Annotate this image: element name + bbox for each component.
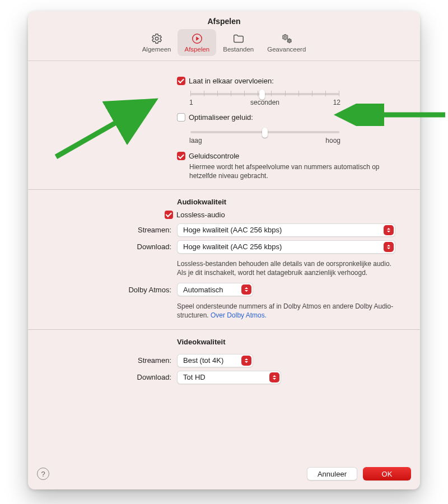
chevron-updown-icon [241, 284, 251, 295]
dolby-select[interactable]: Automatisch [177, 283, 253, 296]
svg-point-3 [288, 40, 290, 41]
video-download-label: Download: [45, 373, 177, 381]
tab-general[interactable]: Algemeen [136, 29, 178, 56]
video-stream-select[interactable]: Best (tot 4K) [177, 354, 253, 367]
sound-check-label: Geluidscontrole [189, 152, 239, 160]
checkbox-checked-icon [177, 77, 185, 85]
help-button[interactable]: ? [37, 468, 49, 480]
crossfade-checkbox[interactable]: Laat in elkaar overvloeien: [177, 77, 274, 85]
audio-quality-heading: Audiokwaliteit [177, 198, 403, 206]
tab-files[interactable]: Bestanden [216, 29, 260, 56]
chevron-updown-icon [384, 242, 394, 252]
tab-playback[interactable]: Afspelen [178, 29, 216, 56]
play-circle-icon [191, 32, 203, 45]
audio-download-label: Download: [45, 242, 177, 251]
enhancer-low: laag [189, 137, 202, 144]
svg-point-0 [155, 37, 158, 40]
sound-enhancer-checkbox[interactable]: Optimaliseer geluid: [177, 113, 253, 122]
dolby-note-text: Speel ondersteunde nummers af in Dolby A… [177, 302, 393, 319]
dolby-note: Speel ondersteunde nummers af in Dolby A… [177, 302, 401, 320]
crossfade-label: Laat in elkaar overvloeien: [189, 77, 274, 85]
video-download-select[interactable]: Tot HD [177, 371, 281, 384]
checkbox-checked-icon [177, 152, 185, 160]
audio-stream-value: Hoge kwaliteit (AAC 256 kbps) [183, 226, 282, 234]
audio-download-value: Hoge kwaliteit (AAC 256 kbps) [183, 242, 282, 251]
enhancer-high: hoog [325, 137, 340, 144]
preferences-toolbar: Algemeen Afspelen Bestanden Geavanceerd [28, 28, 420, 61]
crossfade-min: 1 [189, 99, 193, 106]
crossfade-max: 12 [333, 99, 340, 106]
chevron-updown-icon [269, 372, 279, 382]
lossless-checkbox[interactable]: Lossless-audio [165, 211, 225, 219]
gears-icon [281, 32, 293, 45]
content-pane: Laat in elkaar overvloeien: 1 seconden 1… [28, 61, 420, 460]
chevron-updown-icon [384, 225, 394, 235]
tab-playback-label: Afspelen [184, 46, 209, 53]
checkbox-checked-icon [165, 211, 173, 219]
sound-check-description: Hiermee wordt het afspeelvolume van numm… [189, 162, 403, 180]
tab-advanced-label: Geavanceerd [267, 46, 306, 53]
cancel-button[interactable]: Annuleer [307, 467, 357, 480]
divider [28, 329, 420, 330]
ok-button[interactable]: OK [363, 467, 411, 480]
sound-enhancer-label: Optimaliseer geluid: [189, 113, 253, 122]
tab-advanced[interactable]: Geavanceerd [260, 29, 312, 56]
chevron-updown-icon [241, 356, 251, 366]
video-download-value: Tot HD [183, 373, 206, 381]
audio-stream-label: Streamen: [45, 226, 177, 234]
gear-icon [151, 32, 163, 45]
audio-download-select[interactable]: Hoge kwaliteit (AAC 256 kbps) [177, 240, 395, 254]
lossless-label: Lossless-audio [176, 211, 225, 219]
dolby-value: Automatisch [183, 286, 223, 294]
video-stream-value: Best (tot 4K) [183, 356, 223, 365]
lossless-note: Lossless-bestanden behouden alle details… [177, 259, 401, 277]
window-title: Afspelen [28, 11, 420, 28]
preferences-window: Afspelen Algemeen Afspelen Bestanden [28, 11, 420, 489]
sound-check-checkbox[interactable]: Geluidscontrole [177, 152, 239, 160]
crossfade-unit: seconden [250, 99, 279, 106]
crossfade-slider[interactable] [190, 93, 339, 95]
audio-stream-select[interactable]: Hoge kwaliteit (AAC 256 kbps) [177, 223, 395, 237]
svg-point-2 [284, 36, 286, 38]
video-stream-label: Streamen: [45, 356, 177, 365]
sound-enhancer-slider[interactable] [190, 131, 339, 133]
divider [28, 189, 420, 190]
slider-ticks [190, 91, 339, 97]
dolby-link[interactable]: Over Dolby Atmos. [211, 311, 267, 319]
dolby-label: Dolby Atmos: [45, 286, 177, 294]
folder-icon [232, 32, 245, 45]
tab-general-label: Algemeen [142, 46, 171, 53]
slider-thumb[interactable] [262, 128, 268, 138]
video-quality-heading: Videokwaliteit [177, 338, 403, 346]
dialog-footer: ? Annuleer OK [28, 460, 420, 489]
tab-files-label: Bestanden [223, 46, 254, 53]
checkbox-unchecked-icon [177, 113, 185, 122]
